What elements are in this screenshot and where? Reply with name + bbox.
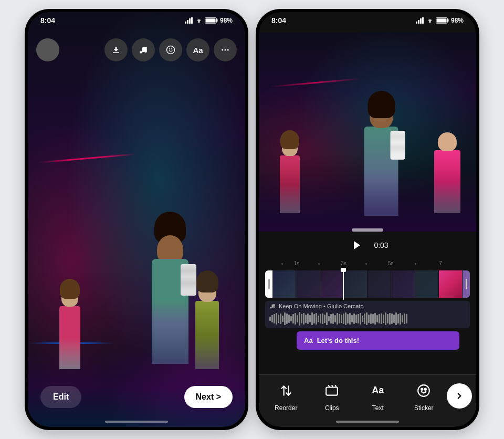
waveform-bar	[404, 313, 405, 324]
play-button[interactable]	[346, 236, 365, 255]
ruler-dot	[281, 263, 283, 265]
ruler-mark-1s: 1s	[294, 260, 300, 266]
waveform-bar	[282, 316, 284, 322]
waveform-bar	[274, 314, 275, 323]
preview-floor	[259, 169, 476, 232]
waveform-bar	[332, 313, 334, 324]
waveform-bar	[389, 313, 391, 325]
waveform-bar	[391, 313, 393, 324]
text-tool[interactable]: Aa Text	[355, 380, 401, 412]
playback-row: 0:03	[265, 232, 470, 259]
sticker-tool[interactable]: Sticker	[401, 380, 447, 412]
playhead-top	[341, 268, 346, 272]
phone-2: 8:04	[257, 11, 478, 428]
text-track-aa-label: Aa	[304, 337, 313, 344]
track-left-handle[interactable]	[265, 270, 272, 298]
video-background	[28, 12, 245, 427]
waveform-bar	[280, 313, 281, 324]
music-button[interactable]	[132, 38, 155, 61]
text-caption-track[interactable]: Aa Let's do this!	[297, 331, 459, 350]
waveform-bar	[355, 315, 357, 323]
svg-point-8	[140, 51, 142, 54]
waveform-bar	[397, 314, 399, 323]
phone-1: 8:04	[26, 11, 247, 428]
timeline-ruler: 1s 3s 5s 7	[265, 259, 470, 268]
more-button[interactable]	[214, 38, 237, 61]
bottom-bar-phone1: Edit Next >	[28, 386, 245, 408]
waveform-bar	[309, 315, 311, 322]
phone-2-screen: 8:04	[259, 12, 476, 427]
reorder-icon	[276, 380, 297, 401]
clips-tool[interactable]: Clips	[309, 380, 355, 412]
track-frame-6	[391, 270, 415, 298]
waveform-bar	[364, 313, 365, 324]
reorder-label: Reorder	[275, 404, 297, 412]
bottom-toolbar-phone2: Reorder Clips Aa Text	[259, 374, 476, 427]
svg-rect-22	[447, 19, 449, 22]
waveform-bar	[334, 315, 336, 322]
track-right-handle[interactable]	[463, 270, 470, 298]
svg-point-25	[418, 385, 429, 396]
svg-rect-3	[191, 17, 193, 24]
waveform-bar	[324, 315, 326, 323]
next-arrow-button[interactable]	[447, 383, 472, 409]
waveform-bar	[337, 313, 338, 325]
waveform-bar	[290, 316, 292, 321]
timeline-area: 0:03 1s 3s 5s 7	[259, 232, 476, 374]
audio-track[interactable]: Keep On Moving • Giulio Cercato	[265, 301, 470, 328]
signal-icon-2	[416, 17, 424, 24]
svg-point-26	[421, 388, 423, 390]
ruler-dot	[318, 263, 320, 265]
next-button[interactable]: Next >	[184, 386, 233, 408]
svg-point-4	[198, 22, 200, 23]
download-button[interactable]	[104, 38, 128, 61]
svg-rect-7	[205, 19, 215, 23]
waveform-bar	[316, 313, 317, 325]
text-tool-icon: Aa	[368, 380, 388, 401]
waveform-bar	[303, 313, 304, 325]
ruler-dot	[415, 263, 416, 265]
waveform-bar	[292, 314, 294, 323]
waveform-bar	[345, 312, 346, 325]
playhead	[343, 268, 344, 300]
sticker-tool-icon	[413, 380, 434, 401]
time-display-1: 8:04	[40, 16, 55, 25]
waveform-bar	[349, 313, 351, 325]
video-preview	[259, 32, 476, 232]
text-tool-label: Aa	[193, 46, 203, 55]
signal-icon	[185, 17, 193, 24]
waveform-bar	[368, 315, 370, 323]
waveform-bar	[307, 313, 309, 324]
reorder-tool[interactable]: Reorder	[263, 380, 309, 412]
video-track[interactable]	[265, 270, 470, 298]
svg-point-13	[222, 49, 223, 51]
svg-point-10	[167, 46, 175, 54]
waveform-bar	[311, 312, 313, 325]
svg-point-20	[429, 22, 430, 23]
avatar[interactable]	[36, 38, 59, 61]
svg-rect-6	[216, 19, 218, 22]
sticker-icon	[166, 45, 175, 55]
waveform-bar	[376, 315, 378, 322]
waveform-bar	[358, 314, 359, 323]
ruler-mark-3s: 3s	[341, 260, 346, 266]
waveform-bar	[383, 315, 384, 323]
track-frame-3	[320, 270, 344, 298]
wifi-icon-2	[426, 17, 434, 24]
battery-icon-2	[436, 17, 449, 24]
waveform-bar	[360, 313, 361, 325]
clips-label: Clips	[325, 404, 339, 412]
edit-button[interactable]: Edit	[40, 386, 81, 408]
svg-point-27	[425, 388, 426, 390]
waveform-bar	[366, 312, 368, 325]
text-track-content: Let's do this!	[317, 337, 359, 344]
next-label: Next >	[196, 392, 221, 402]
waveform-bar	[385, 312, 386, 325]
text-aa-label: Aa	[372, 385, 384, 396]
track-frame-1	[272, 270, 296, 298]
waveform-bar	[406, 314, 407, 323]
sticker-button[interactable]	[159, 38, 182, 61]
text-button[interactable]: Aa	[186, 38, 209, 61]
wifi-icon	[195, 17, 203, 24]
waveform-bar	[318, 316, 319, 322]
